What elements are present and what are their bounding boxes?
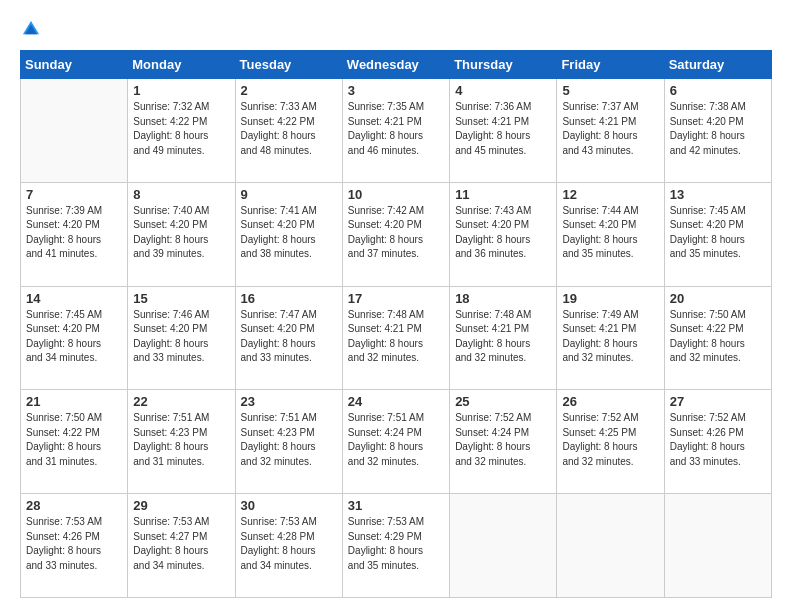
day-number: 19 — [562, 291, 658, 306]
day-number: 4 — [455, 83, 551, 98]
day-cell: 7Sunrise: 7:39 AMSunset: 4:20 PMDaylight… — [21, 182, 128, 286]
day-number: 20 — [670, 291, 766, 306]
week-row-5: 28Sunrise: 7:53 AMSunset: 4:26 PMDayligh… — [21, 494, 772, 598]
day-number: 13 — [670, 187, 766, 202]
day-cell: 5Sunrise: 7:37 AMSunset: 4:21 PMDaylight… — [557, 79, 664, 183]
day-cell: 30Sunrise: 7:53 AMSunset: 4:28 PMDayligh… — [235, 494, 342, 598]
weekday-header-thursday: Thursday — [450, 51, 557, 79]
day-number: 22 — [133, 394, 229, 409]
day-number: 15 — [133, 291, 229, 306]
week-row-2: 7Sunrise: 7:39 AMSunset: 4:20 PMDaylight… — [21, 182, 772, 286]
day-info: Sunrise: 7:41 AMSunset: 4:20 PMDaylight:… — [241, 204, 337, 262]
day-number: 9 — [241, 187, 337, 202]
weekday-header-tuesday: Tuesday — [235, 51, 342, 79]
day-number: 25 — [455, 394, 551, 409]
day-cell: 17Sunrise: 7:48 AMSunset: 4:21 PMDayligh… — [342, 286, 449, 390]
day-info: Sunrise: 7:53 AMSunset: 4:27 PMDaylight:… — [133, 515, 229, 573]
day-cell: 18Sunrise: 7:48 AMSunset: 4:21 PMDayligh… — [450, 286, 557, 390]
day-info: Sunrise: 7:51 AMSunset: 4:23 PMDaylight:… — [133, 411, 229, 469]
day-number: 17 — [348, 291, 444, 306]
day-info: Sunrise: 7:36 AMSunset: 4:21 PMDaylight:… — [455, 100, 551, 158]
day-cell: 23Sunrise: 7:51 AMSunset: 4:23 PMDayligh… — [235, 390, 342, 494]
weekday-header-sunday: Sunday — [21, 51, 128, 79]
week-row-3: 14Sunrise: 7:45 AMSunset: 4:20 PMDayligh… — [21, 286, 772, 390]
day-number: 18 — [455, 291, 551, 306]
day-info: Sunrise: 7:48 AMSunset: 4:21 PMDaylight:… — [455, 308, 551, 366]
day-cell: 6Sunrise: 7:38 AMSunset: 4:20 PMDaylight… — [664, 79, 771, 183]
day-info: Sunrise: 7:44 AMSunset: 4:20 PMDaylight:… — [562, 204, 658, 262]
day-info: Sunrise: 7:52 AMSunset: 4:26 PMDaylight:… — [670, 411, 766, 469]
day-info: Sunrise: 7:49 AMSunset: 4:21 PMDaylight:… — [562, 308, 658, 366]
day-cell — [664, 494, 771, 598]
day-info: Sunrise: 7:46 AMSunset: 4:20 PMDaylight:… — [133, 308, 229, 366]
day-info: Sunrise: 7:39 AMSunset: 4:20 PMDaylight:… — [26, 204, 122, 262]
day-cell: 21Sunrise: 7:50 AMSunset: 4:22 PMDayligh… — [21, 390, 128, 494]
day-number: 21 — [26, 394, 122, 409]
day-cell: 3Sunrise: 7:35 AMSunset: 4:21 PMDaylight… — [342, 79, 449, 183]
day-info: Sunrise: 7:32 AMSunset: 4:22 PMDaylight:… — [133, 100, 229, 158]
day-info: Sunrise: 7:40 AMSunset: 4:20 PMDaylight:… — [133, 204, 229, 262]
day-number: 2 — [241, 83, 337, 98]
weekday-header-friday: Friday — [557, 51, 664, 79]
day-cell: 20Sunrise: 7:50 AMSunset: 4:22 PMDayligh… — [664, 286, 771, 390]
day-cell: 9Sunrise: 7:41 AMSunset: 4:20 PMDaylight… — [235, 182, 342, 286]
day-number: 11 — [455, 187, 551, 202]
day-number: 12 — [562, 187, 658, 202]
day-info: Sunrise: 7:51 AMSunset: 4:24 PMDaylight:… — [348, 411, 444, 469]
weekday-header-wednesday: Wednesday — [342, 51, 449, 79]
weekday-header-row: SundayMondayTuesdayWednesdayThursdayFrid… — [21, 51, 772, 79]
day-info: Sunrise: 7:52 AMSunset: 4:25 PMDaylight:… — [562, 411, 658, 469]
day-cell: 16Sunrise: 7:47 AMSunset: 4:20 PMDayligh… — [235, 286, 342, 390]
day-number: 6 — [670, 83, 766, 98]
day-number: 10 — [348, 187, 444, 202]
day-cell: 1Sunrise: 7:32 AMSunset: 4:22 PMDaylight… — [128, 79, 235, 183]
day-info: Sunrise: 7:45 AMSunset: 4:20 PMDaylight:… — [670, 204, 766, 262]
day-cell — [450, 494, 557, 598]
day-number: 27 — [670, 394, 766, 409]
header — [20, 18, 772, 40]
day-info: Sunrise: 7:47 AMSunset: 4:20 PMDaylight:… — [241, 308, 337, 366]
logo-icon — [20, 18, 42, 40]
day-number: 30 — [241, 498, 337, 513]
weekday-header-monday: Monday — [128, 51, 235, 79]
day-cell: 12Sunrise: 7:44 AMSunset: 4:20 PMDayligh… — [557, 182, 664, 286]
day-cell: 8Sunrise: 7:40 AMSunset: 4:20 PMDaylight… — [128, 182, 235, 286]
day-number: 7 — [26, 187, 122, 202]
day-cell: 4Sunrise: 7:36 AMSunset: 4:21 PMDaylight… — [450, 79, 557, 183]
day-cell: 26Sunrise: 7:52 AMSunset: 4:25 PMDayligh… — [557, 390, 664, 494]
day-cell: 31Sunrise: 7:53 AMSunset: 4:29 PMDayligh… — [342, 494, 449, 598]
day-info: Sunrise: 7:52 AMSunset: 4:24 PMDaylight:… — [455, 411, 551, 469]
day-cell: 28Sunrise: 7:53 AMSunset: 4:26 PMDayligh… — [21, 494, 128, 598]
week-row-1: 1Sunrise: 7:32 AMSunset: 4:22 PMDaylight… — [21, 79, 772, 183]
day-cell: 24Sunrise: 7:51 AMSunset: 4:24 PMDayligh… — [342, 390, 449, 494]
day-info: Sunrise: 7:51 AMSunset: 4:23 PMDaylight:… — [241, 411, 337, 469]
day-number: 8 — [133, 187, 229, 202]
day-info: Sunrise: 7:43 AMSunset: 4:20 PMDaylight:… — [455, 204, 551, 262]
day-number: 16 — [241, 291, 337, 306]
day-number: 29 — [133, 498, 229, 513]
day-cell: 10Sunrise: 7:42 AMSunset: 4:20 PMDayligh… — [342, 182, 449, 286]
calendar-table: SundayMondayTuesdayWednesdayThursdayFrid… — [20, 50, 772, 598]
day-cell: 19Sunrise: 7:49 AMSunset: 4:21 PMDayligh… — [557, 286, 664, 390]
day-number: 3 — [348, 83, 444, 98]
day-cell — [21, 79, 128, 183]
day-cell: 22Sunrise: 7:51 AMSunset: 4:23 PMDayligh… — [128, 390, 235, 494]
day-info: Sunrise: 7:50 AMSunset: 4:22 PMDaylight:… — [26, 411, 122, 469]
day-cell — [557, 494, 664, 598]
day-number: 31 — [348, 498, 444, 513]
day-cell: 25Sunrise: 7:52 AMSunset: 4:24 PMDayligh… — [450, 390, 557, 494]
day-cell: 2Sunrise: 7:33 AMSunset: 4:22 PMDaylight… — [235, 79, 342, 183]
day-info: Sunrise: 7:45 AMSunset: 4:20 PMDaylight:… — [26, 308, 122, 366]
week-row-4: 21Sunrise: 7:50 AMSunset: 4:22 PMDayligh… — [21, 390, 772, 494]
day-cell: 29Sunrise: 7:53 AMSunset: 4:27 PMDayligh… — [128, 494, 235, 598]
day-number: 5 — [562, 83, 658, 98]
logo — [20, 18, 46, 40]
day-number: 23 — [241, 394, 337, 409]
day-info: Sunrise: 7:53 AMSunset: 4:29 PMDaylight:… — [348, 515, 444, 573]
day-cell: 11Sunrise: 7:43 AMSunset: 4:20 PMDayligh… — [450, 182, 557, 286]
day-info: Sunrise: 7:35 AMSunset: 4:21 PMDaylight:… — [348, 100, 444, 158]
day-cell: 14Sunrise: 7:45 AMSunset: 4:20 PMDayligh… — [21, 286, 128, 390]
day-info: Sunrise: 7:38 AMSunset: 4:20 PMDaylight:… — [670, 100, 766, 158]
day-cell: 27Sunrise: 7:52 AMSunset: 4:26 PMDayligh… — [664, 390, 771, 494]
day-info: Sunrise: 7:37 AMSunset: 4:21 PMDaylight:… — [562, 100, 658, 158]
